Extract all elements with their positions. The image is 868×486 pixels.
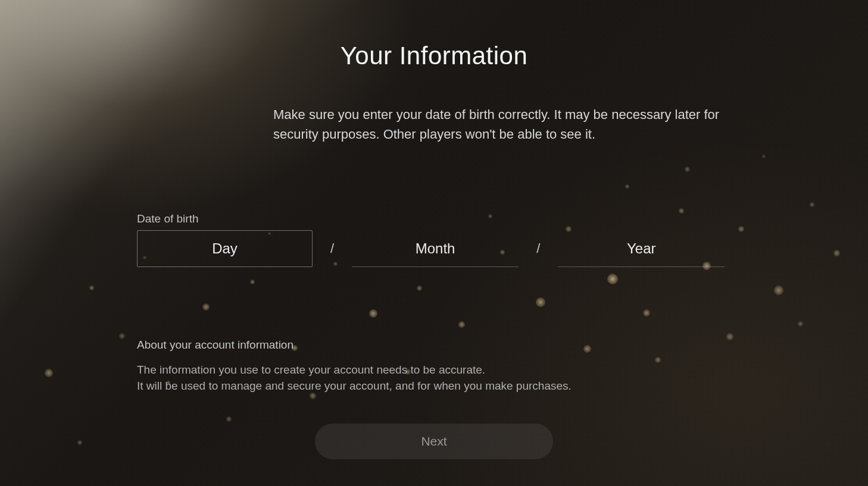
date-of-birth-section: Date of birth Day / Month / Year xyxy=(0,212,868,267)
dob-fields-row: Day / Month / Year xyxy=(137,230,868,267)
account-info-section: About your account information The infor… xyxy=(0,338,868,394)
info-text-line1: The information you use to create your a… xyxy=(137,362,868,378)
year-field[interactable]: Year xyxy=(558,231,725,267)
description-text: Make sure you enter your date of birth c… xyxy=(136,105,732,144)
page-title: Your Information xyxy=(0,42,868,70)
day-field[interactable]: Day xyxy=(137,230,313,267)
month-field[interactable]: Month xyxy=(352,231,519,267)
date-separator: / xyxy=(313,241,352,256)
date-separator: / xyxy=(519,241,558,256)
info-heading: About your account information xyxy=(137,338,868,352)
next-button[interactable]: Next xyxy=(315,424,553,459)
info-text-line2: It will be used to manage and secure you… xyxy=(137,378,868,394)
dob-label: Date of birth xyxy=(137,212,868,225)
